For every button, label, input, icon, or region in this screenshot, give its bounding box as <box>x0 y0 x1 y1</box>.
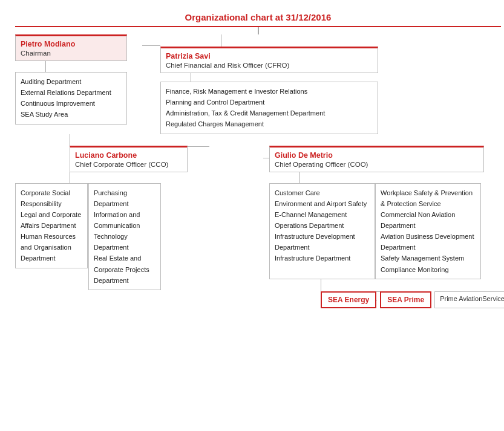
pietro-name: Pietro Modiano <box>21 40 122 48</box>
dept-item: Regulated Charges Management <box>166 118 373 129</box>
giulio-depts-right: Workplace Safety & Prevention & Protecti… <box>375 183 481 279</box>
giulio-title: Chief Operating Officer (COO) <box>275 161 479 168</box>
dept-item: Infrastructure Development Department <box>275 231 370 253</box>
dept-item: External Relations Department <box>21 87 122 98</box>
dept-item: Workplace Safety & Prevention & Protecti… <box>381 187 476 209</box>
dept-item: Continuous Improvement <box>21 98 122 109</box>
dept-item: Auditing Department <box>21 76 122 87</box>
dept-item: Real Estate and Corporate Projects Depar… <box>94 253 155 285</box>
dept-item: Commercial Non Aviation Department <box>381 209 476 231</box>
sea-energy-label: SEA Energy <box>328 296 369 304</box>
dept-item: Operations Department <box>275 220 370 231</box>
prime-aviation-label: Prime AviationServices <box>440 295 504 302</box>
dept-item: Information and Communication Technology… <box>94 209 155 253</box>
patrizia-name: Patrizia Savi <box>166 52 373 60</box>
pietro-depts: Auditing Department External Relations D… <box>15 72 127 125</box>
dept-item: Safety Management System Compliance Moni… <box>381 253 476 274</box>
giulio-name: Giulio De Metrio <box>275 151 479 160</box>
prime-aviation-box: Prime AviationServices <box>434 291 504 308</box>
patrizia-depts: Finance, Risk Management e Investor Rela… <box>160 82 378 134</box>
luciano-title: Chief Corporate Officer (CCO) <box>75 161 182 168</box>
dept-item: Finance, Risk Management e Investor Rela… <box>166 86 373 97</box>
dept-item: SEA Study Area <box>21 109 122 120</box>
patrizia-title: Chief Financial and Risk Officer (CFRO) <box>166 62 373 69</box>
dept-item: Planning and Control Department <box>166 97 373 108</box>
luciano-name: Luciano Carbone <box>75 151 182 160</box>
luciano-card: Luciano Carbone Chief Corporate Officer … <box>70 146 188 172</box>
luciano-depts-left: Corporate Social Responsibility Legal an… <box>15 183 88 268</box>
giulio-card: Giulio De Metrio Chief Operating Officer… <box>269 146 484 172</box>
giulio-depts-left: Customer Care Environment and Airport Sa… <box>269 183 375 279</box>
dept-item: Environment and Airport Safety <box>275 198 370 209</box>
sea-prime-box: SEA Prime <box>380 291 431 308</box>
dept-item: Customer Care <box>275 187 370 198</box>
dept-item: Human Resources and Organisation Departm… <box>21 231 82 264</box>
dept-item: Purchasing Department <box>94 187 155 209</box>
dept-item: E-Channel Management <box>275 209 370 220</box>
sea-prime-label: SEA Prime <box>387 296 424 304</box>
dept-item: Administration, Tax & Credit Management … <box>166 108 373 118</box>
sea-energy-box: SEA Energy <box>321 291 376 308</box>
dept-item: Infrastructure Department <box>275 253 370 264</box>
pietro-title: Chairman <box>21 50 122 57</box>
patrizia-card: Patrizia Savi Chief Financial and Risk O… <box>160 47 378 73</box>
dept-item: Corporate Social Responsibility <box>21 187 82 209</box>
dept-item: Legal and Corporate Affairs Department <box>21 209 82 231</box>
luciano-depts-right: Purchasing Department Information and Co… <box>88 183 161 290</box>
pietro-card: Pietro Modiano Chairman <box>15 34 127 61</box>
page-title: Organizational chart at 31/12/2016 <box>15 12 501 22</box>
dept-item: Aviation Business Development Department <box>381 231 476 253</box>
